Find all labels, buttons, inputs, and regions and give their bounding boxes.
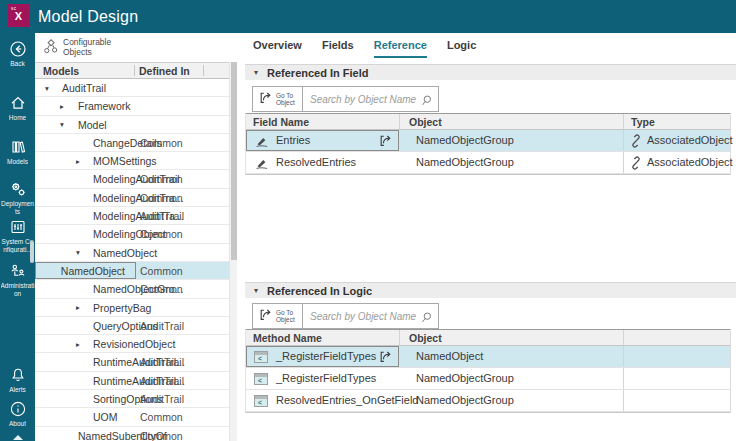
- tree-row-modelingaudittrail[interactable]: ModelingAuditTrail Common: [35, 170, 229, 188]
- tree-item-label: NamedObject: [61, 265, 125, 277]
- nav-administration[interactable]: Administration: [0, 262, 35, 297]
- link-icon: [629, 156, 643, 172]
- method-icon-glyph: <: [258, 376, 262, 385]
- chevron-collapsed-icon[interactable]: ▸: [76, 340, 80, 349]
- administration-icon: [9, 262, 27, 280]
- field-name-cell: ResolvedEntries: [276, 156, 356, 168]
- column-divider: [399, 330, 400, 345]
- app-header: sc X Model Design: [0, 0, 736, 33]
- chevron-collapsed-icon[interactable]: ▸: [76, 157, 80, 166]
- tree-row-namedobjectgro[interactable]: NamedObjectGro... Common: [35, 280, 229, 298]
- method-script-icon: <: [254, 395, 268, 407]
- tree-row-sortingoptions[interactable]: SortingOptions AuditTrail: [35, 390, 229, 408]
- section-collapse-icon[interactable]: ▾: [254, 286, 258, 295]
- system-configuration-icon: [9, 218, 27, 236]
- tree-item-defined-in: Common: [140, 173, 183, 185]
- tree-item-defined-in: AuditTrail: [140, 375, 184, 387]
- chevron-collapsed-icon[interactable]: ▸: [60, 102, 64, 111]
- logic-row-registerfieldtypes-2[interactable]: < _RegisterFieldTypes NamedObjectGroup: [246, 368, 730, 390]
- nav-alerts[interactable]: Alerts: [0, 366, 35, 394]
- field-section-toolbar: Go To Object: [252, 86, 439, 112]
- logic-row-registerfieldtypes-1[interactable]: < _RegisterFieldTypes NamedObject: [246, 346, 730, 368]
- tree-row-queryoptions[interactable]: QueryOptions AuditTrail: [35, 317, 229, 335]
- search-input[interactable]: [303, 87, 438, 111]
- model-design-app: sc X Model Design Back Home: [0, 0, 736, 441]
- tree-scrollbar-track[interactable]: [229, 62, 237, 441]
- column-divider: [623, 368, 624, 389]
- nav-models[interactable]: Models: [0, 138, 35, 166]
- deployments-icon: [9, 180, 27, 198]
- nav-home[interactable]: Home: [0, 94, 35, 122]
- chevron-expanded-icon[interactable]: ▾: [76, 248, 80, 257]
- field-search-box: [302, 87, 438, 111]
- tab-overview[interactable]: Overview: [253, 39, 302, 58]
- go-to-object-icon[interactable]: [378, 133, 393, 150]
- tree-row-propertybag[interactable]: ▸ PropertyBag: [35, 299, 229, 317]
- tab-reference[interactable]: Reference: [374, 39, 427, 58]
- referenced-in-field-table: Field Name Object Type Entries: [245, 113, 731, 175]
- tree-row-momsettings[interactable]: ▸ MOMSettings: [35, 152, 229, 170]
- tree-row-modelingobject[interactable]: ModelingObject Common: [35, 225, 229, 243]
- tree-row-model[interactable]: ▾ Model: [35, 116, 229, 134]
- tree-row-uom[interactable]: UOM Common: [35, 408, 229, 426]
- tree-row-runtimeaudittrail-2[interactable]: RuntimeAuditTrail... AuditTrail: [35, 372, 229, 390]
- tree-row-framework[interactable]: ▸ Framework: [35, 97, 229, 115]
- tree-row-namedsubentityof[interactable]: NamedSubentityOf Common: [35, 427, 229, 441]
- logic-row-resolvedentries-ongetfield[interactable]: < ResolvedEntries_OnGetField NamedObject…: [246, 390, 730, 412]
- object-cell: NamedObjectGroup: [416, 156, 514, 168]
- search-input[interactable]: [303, 304, 438, 328]
- tree-row-changedetails[interactable]: ChangeDetails Common: [35, 134, 229, 152]
- field-row-entries[interactable]: Entries NamedObjectGroup AssociatedObjec…: [246, 130, 730, 152]
- search-icon[interactable]: [420, 93, 433, 111]
- tree-row-audittrail[interactable]: ▾ AuditTrail: [35, 79, 229, 97]
- tree-row-modelingaudittra-2[interactable]: ModelingAuditTra... AuditTrail: [35, 207, 229, 225]
- method-script-icon: <: [254, 351, 268, 363]
- object-cell: NamedObjectGroup: [416, 394, 514, 406]
- field-pen-icon: [254, 134, 269, 150]
- go-to-object-button[interactable]: Go To Object: [253, 304, 302, 328]
- field-row-resolvedentries[interactable]: ResolvedEntries NamedObjectGroup Associa…: [246, 152, 730, 174]
- nav-deployments[interactable]: Deployments: [0, 180, 35, 215]
- back-icon: [9, 40, 27, 58]
- section-collapse-icon[interactable]: ▾: [254, 68, 258, 77]
- go-to-object-label: Go To Object: [276, 309, 295, 323]
- nav-about[interactable]: About: [0, 400, 35, 428]
- object-cell: NamedObjectGroup: [416, 134, 514, 146]
- tree-row-namedobject-selected[interactable]: NamedObject Common: [35, 262, 229, 280]
- column-header-object: Object: [409, 116, 442, 128]
- logic-section-toolbar: Go To Object: [252, 303, 439, 329]
- chevron-expanded-icon[interactable]: ▾: [45, 84, 49, 93]
- column-divider: [623, 152, 624, 173]
- referenced-in-logic-section-header[interactable]: ▾ Referenced In Logic: [245, 282, 736, 298]
- nav-administration-label: Administration: [1, 282, 35, 297]
- go-to-label-line1: Go To: [276, 309, 295, 316]
- rail-scrollbar-thumb[interactable]: [30, 241, 34, 263]
- tree-item-defined-in: Common: [140, 265, 183, 277]
- referenced-in-field-section-header[interactable]: ▾ Referenced In Field: [245, 64, 736, 80]
- nav-back[interactable]: Back: [0, 40, 35, 68]
- chevron-collapsed-icon[interactable]: ▸: [76, 303, 80, 312]
- go-to-object-button[interactable]: Go To Object: [253, 87, 302, 111]
- tree-row-namedobject-group[interactable]: ▾ NamedObject: [35, 244, 229, 262]
- go-to-object-icon: [258, 307, 273, 326]
- model-tree: ▾ AuditTrail ▸ Framework ▾ Model ChangeD…: [35, 79, 229, 441]
- method-icon-glyph: <: [258, 354, 262, 363]
- chevron-expanded-icon[interactable]: ▾: [60, 120, 64, 129]
- tree-item-defined-in: Common: [140, 283, 183, 295]
- tree-item-label: RevisionedObject: [93, 338, 175, 350]
- link-icon: [629, 134, 643, 150]
- tree-row-modelingaudittra-1[interactable]: ModelingAuditTra... Common: [35, 189, 229, 207]
- tree-row-revisionedobject[interactable]: ▸ RevisionedObject: [35, 335, 229, 353]
- search-icon[interactable]: [420, 310, 433, 328]
- section-title: Referenced In Field: [267, 67, 368, 79]
- column-divider: [623, 330, 624, 345]
- tree-item-label: Framework: [78, 100, 131, 112]
- tree-row-runtimeaudittrail-1[interactable]: RuntimeAuditTrail... AuditTrail: [35, 353, 229, 371]
- column-header-method-name: Method Name: [253, 332, 322, 344]
- tab-logic[interactable]: Logic: [447, 39, 476, 58]
- go-to-object-icon[interactable]: [378, 349, 393, 366]
- tree-item-defined-in: Common: [140, 228, 183, 240]
- tab-fields[interactable]: Fields: [322, 39, 354, 58]
- configurable-objects-header: Configurable Objects: [35, 33, 237, 62]
- column-divider: [623, 114, 624, 129]
